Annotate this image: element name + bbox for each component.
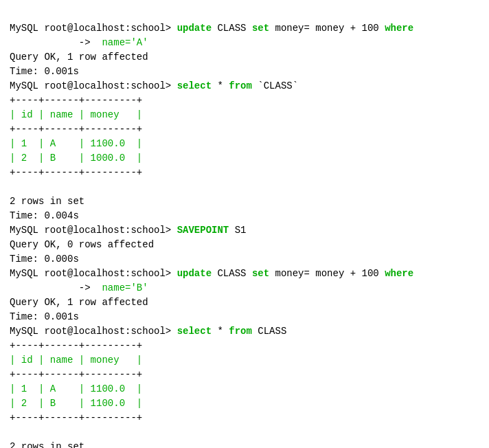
table-border-1a: +----+------+---------+ — [10, 95, 142, 106]
table-border-1c: +----+------+---------+ — [10, 167, 142, 178]
cmd-update-2-rest: CLASS — [212, 268, 252, 279]
query-ok-3: Query OK, 1 row affected — [10, 297, 148, 308]
query-ok-1: Query OK, 1 row affected — [10, 52, 148, 63]
continuation-2: -> — [10, 282, 96, 293]
kw-where-1: where — [385, 23, 413, 34]
time-4: Time: 0.001s — [10, 311, 79, 322]
cmd-select-2-table: CLASS — [252, 326, 286, 337]
table-header-1: | id | name | money | — [10, 109, 142, 120]
time-1: Time: 0.001s — [10, 66, 79, 77]
cmd-update-2-expr: money= money + 100 — [269, 268, 385, 279]
kw-from-2: from — [229, 326, 252, 337]
table-border-2b: +----+------+---------+ — [10, 369, 142, 380]
kw-set-2: set — [252, 268, 269, 279]
kw-update-1: update — [177, 23, 212, 34]
cmd-select-1-star: * — [212, 80, 229, 91]
kw-set-1: set — [252, 23, 269, 34]
continuation-1: -> — [10, 37, 96, 48]
kw-select-2: select — [177, 326, 212, 337]
table-header-2: | id | name | money | — [10, 355, 142, 366]
kw-update-2: update — [177, 268, 212, 279]
prompt-4: MySQL root@localhost:school> — [10, 268, 177, 279]
kw-where-2: where — [385, 268, 413, 279]
cmd-select-1-table: `CLASS` — [252, 80, 298, 91]
table-row-1-2: | 2 | B | 1000.0 | — [10, 153, 142, 164]
table-border-2c: +----+------+---------+ — [10, 412, 142, 423]
table-border-1b: +----+------+---------+ — [10, 124, 142, 135]
table-row-2-1: | 1 | A | 1100.0 | — [10, 383, 142, 394]
time-2: Time: 0.004s — [10, 210, 79, 221]
time-3: Time: 0.000s — [10, 254, 79, 265]
cmd-update-1-expr: money= money + 100 — [269, 23, 385, 34]
rows-in-set-1: 2 rows in set — [10, 196, 84, 207]
query-ok-2: Query OK, 0 rows affected — [10, 239, 154, 250]
prompt-2: MySQL root@localhost:school> — [10, 80, 177, 91]
cmd-update-1-rest: CLASS — [212, 23, 252, 34]
terminal-output: MySQL root@localhost:school> update CLAS… — [10, 7, 479, 448]
table-border-2a: +----+------+---------+ — [10, 340, 142, 351]
kw-savepoint: SAVEPOINT — [177, 225, 229, 236]
value-name-a: name='A' — [96, 37, 148, 48]
prompt-5: MySQL root@localhost:school> — [10, 326, 177, 337]
kw-select-1: select — [177, 80, 212, 91]
cmd-select-2-star: * — [212, 326, 229, 337]
value-name-b: name='B' — [96, 282, 148, 293]
prompt-3: MySQL root@localhost:school> — [10, 225, 177, 236]
table-row-1-1: | 1 | A | 1100.0 | — [10, 138, 142, 149]
prompt-1: MySQL root@localhost:school> — [10, 23, 177, 34]
rows-in-set-2: 2 rows in set — [10, 441, 84, 448]
kw-from-1: from — [229, 80, 252, 91]
table-row-2-2: | 2 | B | 1100.0 | — [10, 398, 142, 409]
savepoint-name: S1 — [229, 225, 246, 236]
